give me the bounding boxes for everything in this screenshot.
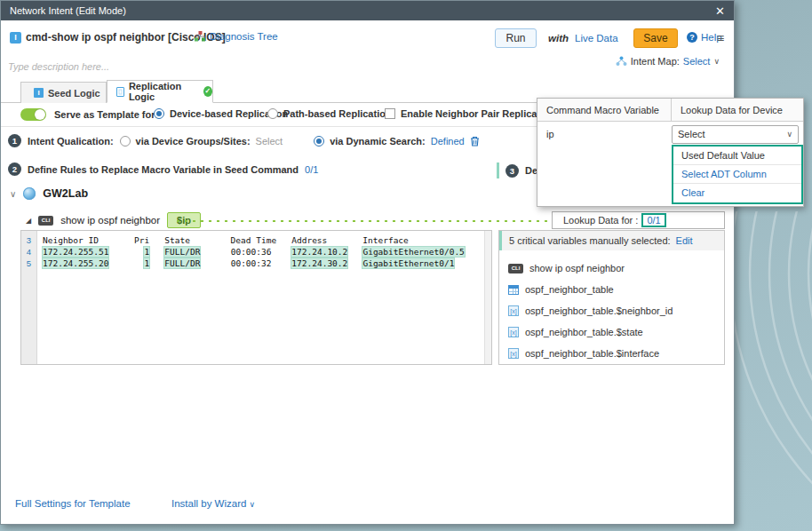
step3-number: 3 [506,164,519,178]
step2-count[interactable]: 0/1 [305,164,318,175]
variable-list-item[interactable]: [x]ospf_neighbor_table.$interface [508,343,724,364]
variables-list: CLIshow ip ospf neighborospf_neighbor_ta… [499,250,724,364]
dynamic-search-label: via Dynamic Search: [330,136,426,147]
device-section-header[interactable]: ∨ GW2Lab [10,187,88,200]
option-neighbor-pair[interactable]: Enable Neighbor Pair Replication [385,108,555,119]
edit-link[interactable]: Edit [676,235,693,246]
line-number: 4 [21,246,36,258]
radio-device-groups[interactable] [120,136,131,147]
menu-icon[interactable]: ≡ [717,31,724,45]
cli-icon: CLI [508,264,523,273]
connector-dotted-line [177,220,550,222]
highlighted-variable-value[interactable]: 172.24.255.20 [43,258,108,268]
radio-path-based[interactable] [267,108,278,119]
chevron-down-icon: ∨ [250,500,256,509]
variable-label: ospf_neighbor_table [525,284,614,295]
tab-replication-logic[interactable]: Replication Logic ✓ [107,80,213,103]
intent-map-control: Intent Map: Select ∨ [616,56,720,67]
radio-device-based[interactable] [154,108,164,119]
seed-logic-icon: I [34,88,44,98]
output-text [200,258,230,268]
option-dynamic-search[interactable]: via Dynamic Search: Defined [314,136,480,147]
tab-seed-logic-label: Seed Logic [48,88,100,99]
dialog-titlebar: Network Intent (Edit Mode) ✕ [1,1,734,20]
output-text [347,258,362,268]
highlighted-variable-value[interactable]: GigabitEthernet0/0.5 [362,247,464,257]
variable-icon: [x] [508,305,519,316]
variable-icon: [x] [508,327,519,337]
cli-output-line: Neighbor ID Pri State Dead Time Address … [43,234,482,246]
variable-list-item[interactable]: [x]ospf_neighbor_table.$neighbor_id [508,300,724,321]
option-path-based-replication[interactable]: Path-based Replication [267,108,392,119]
lookup-select-dropdown[interactable]: Select ∨ [672,125,799,144]
live-data-link[interactable]: Live Data [575,33,618,44]
highlighted-variable-value[interactable]: FULL/DR [164,258,200,268]
expand-triangle-icon[interactable]: ◢ [26,217,31,225]
step2-number: 2 [8,162,21,176]
variable-list-item[interactable]: ospf_neighbor_table [508,279,724,300]
defined-link[interactable]: Defined [431,136,465,147]
intent-type-icon: I [10,32,21,44]
variable-label: ospf_neighbor_table.$state [525,327,643,337]
line-number: 3 [21,234,36,246]
run-button[interactable]: Run [495,28,537,48]
variable-list-item[interactable]: [x]ospf_neighbor_table.$state [508,321,724,343]
replication-logic-icon [116,87,124,97]
network-intent-dialog: Network Intent (Edit Mode) ✕ I cmd-show … [0,0,735,525]
chevron-down-icon[interactable]: ∨ [10,189,16,199]
full-settings-link[interactable]: Full Settings for Template [15,498,131,509]
install-by-wizard-link[interactable]: Install by Wizard ∨ [171,498,255,509]
highlighted-variable-value[interactable]: FULL/DR [164,247,200,257]
device-globe-icon [23,187,36,200]
command-row: ◢ CLI show ip ospf neighbor $ip [26,212,201,228]
step1-label: Intent Qualication: [28,136,114,147]
output-text [149,258,164,268]
lookup-count-annotated[interactable]: 0/1 [641,213,665,227]
popup-header-row: Command Macro Variable Lookup Data for D… [537,99,803,122]
lookup-data-box[interactable]: Lookup Data for : 0/1 [552,211,725,229]
popup-variable-row: ip Select ∨ [537,122,803,147]
output-text: 00:00:36 [231,247,272,257]
radio-dynamic-search[interactable] [314,136,324,147]
variable-label: ospf_neighbor_table.$neighbor_id [525,305,673,316]
menu-item-clear[interactable]: Clear [673,184,801,202]
highlighted-variable-value[interactable]: 172.24.30.2 [291,258,347,268]
popup-col2-header: Lookup Data for Device [672,99,803,121]
output-text [271,247,291,257]
close-icon[interactable]: ✕ [715,5,725,17]
output-text [347,247,362,257]
device-name: GW2Lab [43,187,88,200]
intent-map-select-link[interactable]: Select [683,56,711,67]
trash-icon[interactable] [470,136,480,147]
chevron-down-icon[interactable]: ∨ [713,57,720,66]
check-circle-icon: ✓ [203,86,212,97]
output-text [271,258,291,268]
intent-map-icon [616,56,627,67]
lookup-select-value: Select [678,129,705,139]
diagnosis-tree-link[interactable]: Diagnosis Tree [195,31,278,42]
variables-count-text: 5 critical variables manually selected: [509,235,671,246]
description-input[interactable]: Type description here... [8,61,109,72]
menu-item-select-adt-column[interactable]: Select ADT Column [673,165,801,184]
device-groups-select: Select [256,136,283,147]
path-based-label: Path-based Replication [283,108,392,119]
save-button[interactable]: Save [633,28,678,48]
serve-as-template-label: Serve as Template for: [54,109,158,120]
variable-icon: [x] [508,348,519,359]
highlighted-variable-value[interactable]: 172.24.255.51 [43,247,108,257]
device-groups-label: via Device Groups/Sites: [136,136,251,147]
code-scrollbar[interactable] [484,231,491,364]
output-text [200,247,230,257]
step3-highlight-bar [497,162,499,178]
step1-intent-qualification: 1 Intent Qualication: via Device Groups/… [8,134,480,147]
tab-seed-logic[interactable]: I Seed Logic [20,82,107,103]
menu-item-used-default-value[interactable]: Used Default Value [673,147,801,165]
intent-map-label: Intent Map: [631,56,680,67]
serve-as-template-toggle[interactable] [20,108,46,121]
variable-list-item[interactable]: CLIshow ip ospf neighbor [508,258,724,279]
highlighted-variable-value[interactable]: 172.24.10.2 [291,247,347,257]
highlighted-variable-value[interactable]: GigabitEthernet0/1 [362,258,454,268]
neighbor-pair-checkbox[interactable] [385,108,395,119]
tab-replication-logic-label: Replication Logic [129,81,199,102]
option-device-groups[interactable]: via Device Groups/Sites: Select [120,136,283,147]
